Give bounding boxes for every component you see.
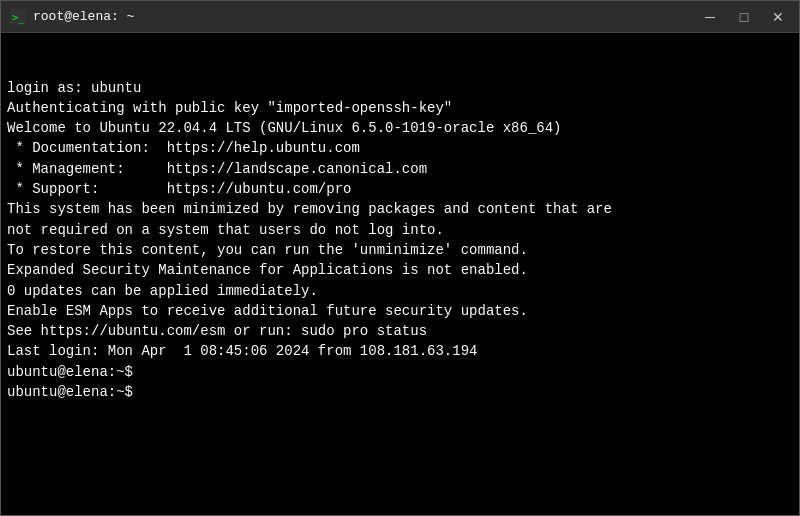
- terminal-line: Authenticating with public key "imported…: [7, 98, 793, 118]
- terminal-line: Expanded Security Maintenance for Applic…: [7, 260, 793, 280]
- terminal-line: See https://ubuntu.com/esm or run: sudo …: [7, 321, 793, 341]
- terminal-line: ubuntu@elena:~$: [7, 382, 793, 402]
- terminal-line: Welcome to Ubuntu 22.04.4 LTS (GNU/Linux…: [7, 118, 793, 138]
- terminal-line: * Management: https://landscape.canonica…: [7, 159, 793, 179]
- terminal-line: Last login: Mon Apr 1 08:45:06 2024 from…: [7, 341, 793, 361]
- terminal-line: * Documentation: https://help.ubuntu.com: [7, 138, 793, 158]
- terminal-line: This system has been minimized by removi…: [7, 199, 793, 219]
- close-button[interactable]: ✕: [765, 7, 791, 27]
- terminal-line: login as: ubuntu: [7, 78, 793, 98]
- terminal-line: Enable ESM Apps to receive additional fu…: [7, 301, 793, 321]
- terminal-line: 0 updates can be applied immediately.: [7, 281, 793, 301]
- terminal-line: * Support: https://ubuntu.com/pro: [7, 179, 793, 199]
- terminal-line: not required on a system that users do n…: [7, 220, 793, 240]
- maximize-button[interactable]: □: [731, 7, 757, 27]
- terminal-line: ubuntu@elena:~$: [7, 362, 793, 382]
- app-icon: >_: [9, 8, 27, 26]
- window-controls: ─ □ ✕: [697, 7, 791, 27]
- titlebar: >_ root@elena: ~ ─ □ ✕: [1, 1, 799, 33]
- terminal-line: To restore this content, you can run the…: [7, 240, 793, 260]
- terminal-output[interactable]: login as: ubuntuAuthenticating with publ…: [1, 33, 799, 515]
- minimize-button[interactable]: ─: [697, 7, 723, 27]
- window-title: root@elena: ~: [33, 9, 697, 24]
- terminal-window: >_ root@elena: ~ ─ □ ✕ login as: ubuntuA…: [0, 0, 800, 516]
- svg-text:>_: >_: [12, 12, 25, 24]
